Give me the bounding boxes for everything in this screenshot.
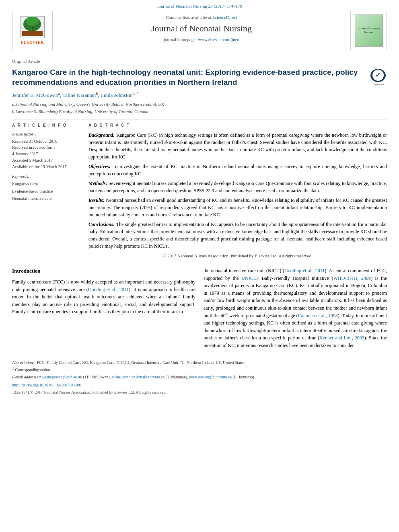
keyword-2: Evidence based practice [12, 188, 80, 195]
background-text: Kangaroo Care (KC) in high technology se… [88, 132, 387, 160]
abstract-objectives: Objectives: To investigate the extent of… [88, 163, 387, 177]
keywords-label: Keywords: [12, 174, 80, 179]
received-revised-label: Received in revised form [12, 144, 80, 151]
intro-columns: Introduction Family-centred care (FCC) i… [12, 267, 387, 353]
kenner-link[interactable]: Kenner and Lott, 2003 [319, 335, 364, 341]
keyword-3: Neonatal intensive care [12, 195, 80, 202]
journal-homepage-line: journal homepage: www.elsevier.com/jneo [61, 37, 342, 43]
doi-line: http://dx.doi.org/10.1016/j.jnn.2017.03.… [12, 382, 387, 388]
journal-title: Journal of Neonatal Nursing [61, 23, 342, 35]
abstract-results: Results: Neonatal nurses had an overall … [88, 197, 387, 218]
gooding-link-1[interactable]: Gooding et al., 2011 [88, 287, 129, 292]
received-date: Received 31 October 2016 [12, 138, 80, 145]
naranian-email[interactable]: taline.naranian@mailutoronto.ca [112, 375, 165, 379]
author-johnston[interactable]: Linda Johnston [101, 92, 133, 98]
crossmark-circle: ✓ [370, 69, 386, 82]
journal-thumbnail-section: Journal of Neonatal Nursing [350, 11, 387, 50]
objectives-label: Objectives: [88, 164, 111, 169]
thumbnail-text: Journal of Neonatal Nursing [355, 27, 383, 35]
keyword-1: Kangaroo Care [12, 181, 80, 188]
abstract-column: A B S T R A C T Background: Kangaroo Car… [88, 123, 387, 259]
footnotes-section: Abbreviations: FCC, Family Centred Care;… [12, 357, 387, 380]
abstract-conclusions: Conclusions: The single greatest barrier… [88, 221, 387, 250]
mcgowan-email[interactable]: j.e.mcgowan@qub.ac.uk [42, 375, 82, 379]
crossmark-symbol: ✓ [375, 71, 380, 80]
journal-ref-text: Journal of Neonatal Nursing 23 (2017) 17… [157, 4, 242, 8]
info-abstract-section: A R T I C L E I N F O Article history: R… [12, 123, 387, 259]
intro-left-col: Introduction Family-centred care (FCC) i… [12, 267, 195, 353]
crossmark-badge: ✓ CrossMark [369, 69, 387, 87]
methods-label: Methods: [88, 181, 107, 186]
methods-text: Seventy-eight neonatal nurses completed … [88, 181, 387, 193]
abstract-label: A B S T R A C T [88, 123, 387, 128]
abbrev-text: FCC, Family Centred Care; KC, Kangaroo C… [37, 360, 246, 365]
intro-para-1: Family-centred care (FCC) is now widely … [12, 278, 195, 316]
available-date: Available online 19 March 2017 [12, 164, 80, 170]
gooding-link-2[interactable]: Gooding et al., 2011 [284, 268, 325, 273]
article-type: Original Article [12, 58, 387, 64]
sciencedirect-link[interactable]: ScienceDirect [212, 15, 237, 20]
author-naranian[interactable]: Taline Naranian [62, 92, 96, 98]
affiliation-a: a School of Nursing and Midwifery, Queen… [12, 101, 387, 108]
doi-link[interactable]: http://dx.doi.org/10.1016/j.jnn.2017.03.… [12, 383, 82, 387]
sciencedirect-prefix: Contents lists available at [166, 15, 211, 20]
footer-copyright: 1355-1841/© 2017 Neonatal Nurses Associa… [12, 390, 387, 395]
svg-rect-0 [22, 31, 43, 36]
conclusions-label: Conclusions: [88, 222, 115, 227]
divider [12, 119, 387, 119]
authors-line: Jennifer E. McGowana, Taline Naranianb, … [12, 91, 387, 99]
email-label: E-mail addresses: [12, 375, 41, 379]
abstract-methods: Methods: Seventy-eight neonatal nurses c… [88, 180, 387, 194]
introduction-heading: Introduction [12, 267, 195, 275]
author-mcgowan[interactable]: Jennifer E. McGowan [12, 92, 58, 98]
affiliations: a School of Nursing and Midwifery, Queen… [12, 101, 387, 115]
elsevier-tree-image [21, 16, 45, 38]
homepage-link[interactable]: www.elsevier.com/jneo [198, 37, 239, 42]
copyright-line: © 2017 Neonatal Nurses Association. Publ… [88, 253, 387, 259]
homepage-prefix: journal homepage: [164, 37, 197, 42]
article-title: Kangaroo Care in the high-technology neo… [12, 67, 365, 88]
article-history-group: Article history: Received 31 October 201… [12, 131, 80, 170]
intro-para-2: the neonatal intensive care unit (NICU) … [204, 267, 387, 349]
article-info-column: A R T I C L E I N F O Article history: R… [12, 123, 80, 259]
sciencedirect-line: Contents lists available at ScienceDirec… [61, 14, 342, 21]
crossmark-label: CrossMark [372, 83, 384, 87]
article-title-section: Kangaroo Care in the high-technology neo… [12, 67, 387, 88]
who-bfhi-link[interactable]: WHO/BFHI, 2009 [333, 275, 371, 281]
background-label: Background: [88, 132, 115, 138]
keywords-list: Kangaroo Care Evidence based practice Ne… [12, 181, 80, 202]
conclusions-text: The single greatest barrier to implement… [88, 222, 387, 249]
journal-title-section: Contents lists available at ScienceDirec… [53, 11, 350, 50]
journal-reference: Journal of Neonatal Nursing 23 (2017) 17… [0, 0, 399, 11]
keywords-group: Keywords: Kangaroo Care Evidence based p… [12, 174, 80, 202]
abbrev-label: Abbreviations: [12, 360, 36, 365]
unicef-link[interactable]: UNICEF [241, 275, 259, 281]
journal-banner: ELSEVIER Contents lists available at Sci… [12, 11, 387, 50]
email-line: E-mail addresses: j.e.mcgowan@qub.ac.uk … [12, 374, 387, 380]
journal-thumbnail: Journal of Neonatal Nursing [355, 14, 383, 47]
crossmark-inner: ✓ [372, 70, 384, 81]
accepted-date: Accepted 5 March 2017 [12, 157, 80, 164]
article-info-label: A R T I C L E I N F O [12, 123, 80, 128]
cattaneo-link[interactable]: Cattaneo et al., 1998 [298, 313, 338, 318]
objectives-text: To investigate the extent of KC practice… [88, 164, 387, 177]
intro-right-col: the neonatal intensive care unit (NICU) … [204, 267, 387, 353]
introduction-section: Introduction Family-centred care (FCC) i… [12, 267, 387, 395]
history-label: Article history: [12, 131, 80, 137]
abstract-background: Background: Kangaroo Care (KC) in high t… [88, 131, 387, 160]
abbreviations-line: Abbreviations: FCC, Family Centred Care;… [12, 359, 387, 366]
elsevier-logo: ELSEVIER [21, 16, 45, 45]
revised-date: 4 January 2017 [12, 151, 80, 157]
affiliation-b: b Lawrence S. Bloomberg Faculty of Nursi… [12, 108, 387, 115]
results-text: Neonatal nurses had an overall good unde… [88, 197, 387, 218]
article-body: Original Article Kangaroo Care in the hi… [0, 50, 399, 403]
johnston-email[interactable]: dean.nursing@utoronto.ca [189, 375, 232, 379]
elsevier-wordmark: ELSEVIER [21, 40, 44, 45]
results-label: Results: [88, 197, 105, 203]
elsevier-logo-section: ELSEVIER [12, 11, 53, 50]
corresponding-line: * Corresponding author. [12, 367, 387, 373]
